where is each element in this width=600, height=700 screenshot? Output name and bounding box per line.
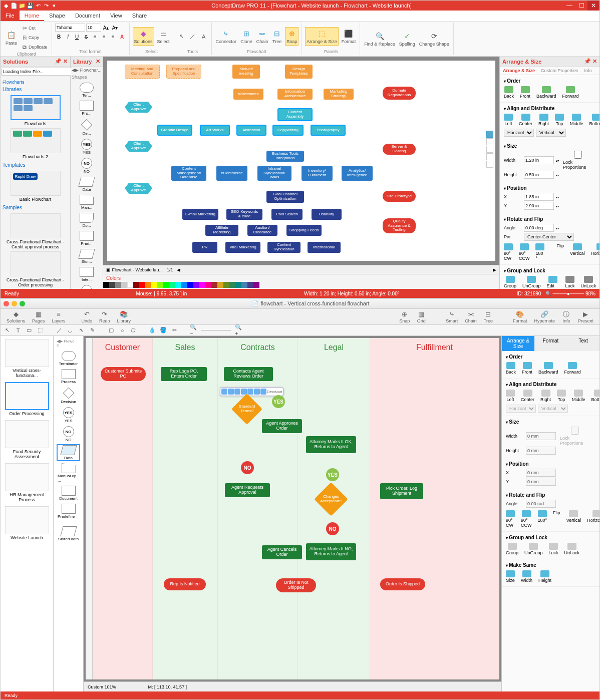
tool-line-icon[interactable]: ／	[56, 327, 63, 334]
distribute-v-select[interactable]: Vertical	[536, 129, 566, 137]
snap-button[interactable]: ⊕Snap	[285, 27, 298, 46]
qa-dropdown-icon[interactable]: ▾	[51, 2, 58, 9]
strike-button[interactable]: S̶	[82, 33, 90, 41]
node-intranet[interactable]: Intranet Syndication/ Wikis	[257, 166, 291, 181]
tree-button[interactable]: ⊟Tree	[271, 28, 283, 45]
width-input[interactable]	[524, 156, 554, 164]
mac-shape-predefined[interactable]: Predefine ...	[58, 504, 79, 523]
maximize-button[interactable]: ☐	[575, 1, 587, 11]
mac-shape-terminator[interactable]: Terminator	[58, 351, 79, 366]
mac-flip-v[interactable]: Vertical	[566, 510, 581, 528]
tb-redo[interactable]: ↷Redo	[97, 310, 112, 324]
node-biztools[interactable]: Business Tools Integration	[266, 151, 304, 162]
tool-zoomout-icon[interactable]: 🔍−	[190, 327, 197, 334]
align-right-icon[interactable]: ≡	[109, 33, 117, 41]
cut-button[interactable]: ✂Cut	[20, 24, 49, 33]
panel-close-icon[interactable]: 📌 ✕	[584, 58, 597, 65]
page-thumb-2[interactable]: Order Processing	[4, 382, 50, 416]
tool-select-icon[interactable]: ⬚	[37, 327, 44, 334]
tb-pages[interactable]: ▦Pages	[30, 310, 47, 324]
shape-yes[interactable]: YESYES	[73, 139, 101, 155]
align-left-icon[interactable]: ≡	[91, 33, 99, 41]
shape-data[interactable]: Data	[73, 177, 101, 192]
ungroup-button[interactable]: UnGroup	[522, 276, 541, 289]
copy-button[interactable]: ⎘Copy	[20, 33, 49, 42]
tab-share[interactable]: Share	[127, 11, 152, 21]
traffic-min[interactable]	[12, 301, 17, 306]
lock-proportions-checkbox[interactable]	[563, 151, 593, 159]
node-intl[interactable]: International	[308, 242, 341, 253]
bold-button[interactable]: B	[55, 33, 63, 41]
y-input[interactable]	[524, 202, 554, 210]
tb-hypernote[interactable]: 🔗Hypernote	[532, 310, 557, 324]
align-center-icon[interactable]: ≡	[100, 33, 108, 41]
node-requests[interactable]: Agent Requests Approval	[225, 483, 270, 497]
node-anim[interactable]: Animation	[236, 125, 266, 136]
mac-same-width[interactable]: Width	[521, 570, 532, 583]
page-thumb-4[interactable]: HR Management Process	[4, 463, 50, 502]
distribute-h-select[interactable]: Horizontal	[504, 129, 534, 137]
node-shipped[interactable]: Order Is Shipped	[380, 578, 425, 590]
node-proposal[interactable]: Proposal and Specification	[166, 65, 201, 79]
tree-samples[interactable]: Samples	[3, 204, 68, 211]
order-back-button[interactable]: Back	[504, 86, 514, 99]
node-copy[interactable]: Copywriting	[272, 125, 304, 136]
shape-sequential[interactable]: Seq...	[73, 285, 101, 289]
rp-tab-arrange[interactable]: Arrange & Size	[500, 67, 538, 75]
mac-group[interactable]: Group	[506, 543, 518, 555]
node-usability[interactable]: Usability	[312, 209, 342, 220]
node-viral[interactable]: Viral Marketing	[225, 242, 260, 253]
chain-button[interactable]: ⫘Chain	[255, 28, 269, 45]
thumb-flowcharts[interactable]: Flowcharts	[6, 95, 66, 126]
mac-ungroup[interactable]: UnGroup	[524, 543, 543, 555]
node-photo[interactable]: Photography	[311, 125, 346, 136]
mac-align-top[interactable]: Top	[557, 390, 566, 402]
mac-align-right[interactable]: Right	[540, 390, 551, 402]
node-approve3[interactable]: Client Approve	[125, 183, 152, 194]
node-approve2[interactable]: Client Approve	[125, 141, 152, 152]
canvas-right-toolbar[interactable]	[486, 131, 493, 168]
minimize-button[interactable]: —	[563, 1, 575, 11]
mac-order-front[interactable]: Front	[522, 362, 532, 375]
shape-internal[interactable]: Inte...	[73, 267, 101, 282]
tool-rect-icon[interactable]: ▭	[26, 327, 33, 334]
tool-curve-icon[interactable]: ∿	[78, 327, 85, 334]
select-button[interactable]: ▭Select	[156, 28, 171, 45]
pointer-tool-icon[interactable]: ↖	[177, 32, 186, 41]
tool-text-icon[interactable]: T	[15, 327, 22, 334]
node-wireframes[interactable]: Wireframes	[233, 89, 263, 100]
tool-arc-icon[interactable]: ◡	[67, 327, 74, 334]
tb-undo[interactable]: ↶Undo	[80, 310, 95, 324]
node-cancels[interactable]: Agent Cancels Order	[262, 545, 302, 559]
mac-rotate-cw[interactable]: 90° CW	[506, 510, 515, 528]
node-marketing[interactable]: Marketing Strategy	[324, 89, 354, 100]
node-proto[interactable]: Site Prototype	[383, 191, 416, 202]
mac-align-left[interactable]: Left	[506, 390, 515, 402]
node-meeting[interactable]: Meeting and Consultation	[125, 65, 160, 79]
angle-input[interactable]	[524, 224, 554, 232]
node-rep-logs[interactable]: Rep Logs PO, Enters Order	[161, 367, 207, 381]
mac-align-center[interactable]: Center	[521, 390, 534, 402]
mac-shape-decision[interactable]: Decision	[58, 387, 79, 404]
align-right-button[interactable]: Right	[538, 114, 549, 126]
panel-pin-icon[interactable]: 📌 ✕	[55, 58, 68, 65]
tool-ellipse-icon[interactable]: ○	[119, 327, 126, 334]
node-contacts[interactable]: Contacts Agent Reviews Order	[224, 367, 273, 381]
node-kickoff[interactable]: Kick-off meeting	[232, 65, 260, 79]
tool-pen-icon[interactable]: ✎	[89, 327, 96, 334]
color-swatches[interactable]	[103, 282, 499, 288]
mac-shape-document[interactable]: Document	[58, 486, 79, 501]
font-shrink-icon[interactable]: A▾	[111, 24, 119, 32]
tab-shape[interactable]: Shape	[44, 11, 70, 21]
node-seo[interactable]: SEO-Keywords & code	[226, 209, 262, 220]
node-approve1[interactable]: Client Approve	[125, 102, 152, 113]
node-notified[interactable]: Rep Is Notified	[164, 578, 206, 590]
text-tool-icon[interactable]: A	[199, 32, 208, 41]
node-approves[interactable]: Agent Approves Order	[262, 419, 302, 433]
node-syndication[interactable]: Content Syndication	[267, 242, 301, 253]
shape-terminator[interactable]: Ter...	[73, 83, 101, 98]
node-ecom[interactable]: eCommerce	[216, 166, 247, 181]
font-name-select[interactable]	[55, 24, 85, 32]
spelling-button[interactable]: ✓Spelling	[398, 30, 416, 48]
node-analytics[interactable]: Analytics/ Intelligence	[342, 166, 373, 181]
